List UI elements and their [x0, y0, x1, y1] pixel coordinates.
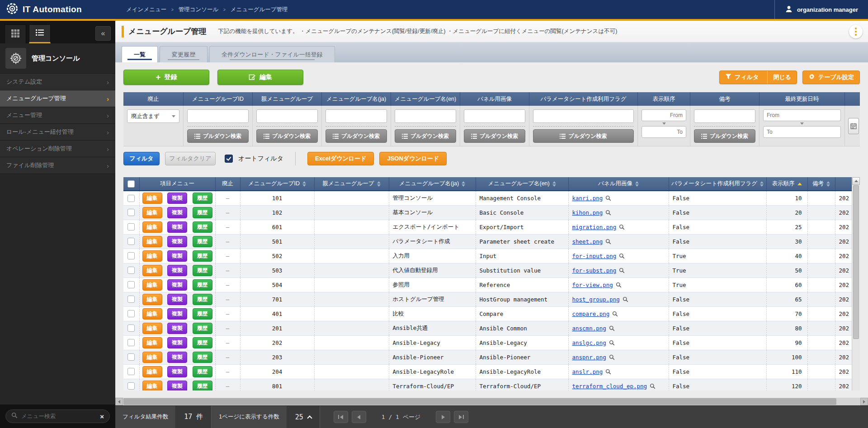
- calendar-icon[interactable]: [848, 118, 859, 134]
- row-checkbox[interactable]: [127, 310, 135, 317]
- row-history-button[interactable]: 履歴: [193, 366, 212, 377]
- row-copy-button[interactable]: 複製: [167, 366, 187, 377]
- column-header[interactable]: パネル用画像: [568, 177, 669, 191]
- row-copy-button[interactable]: 複製: [167, 381, 187, 391]
- filter-input-name-ja[interactable]: [326, 109, 387, 123]
- row-image-link[interactable]: for-input.png: [572, 253, 617, 259]
- filter-clear-button[interactable]: フィルタクリア: [165, 152, 216, 165]
- column-header[interactable]: パラメータシート作成利用フラグ: [669, 177, 766, 191]
- column-header[interactable]: メニューグループ名(ja): [389, 177, 476, 191]
- scroll-left-icon[interactable]: [115, 398, 123, 405]
- row-image-link[interactable]: kihon.png: [572, 209, 603, 216]
- horizontal-scrollbar[interactable]: [115, 398, 868, 405]
- row-edit-button[interactable]: 編集: [142, 236, 162, 247]
- sidebar-menu-item[interactable]: オペレーション削除管理 ›: [0, 141, 115, 157]
- filter-input-updated-to[interactable]: [763, 126, 841, 138]
- row-checkbox[interactable]: [127, 339, 135, 346]
- filter-input-name-en[interactable]: [395, 109, 456, 123]
- breadcrumb-item-main-menu[interactable]: メインメニュー: [126, 6, 166, 14]
- column-header[interactable]: メニューグループID: [240, 177, 314, 191]
- pulldown-search-button[interactable]: プルダウン検索: [326, 129, 387, 143]
- row-checkbox[interactable]: [127, 368, 135, 375]
- tab-bulk-download[interactable]: 全件ダウンロード・ファイル一括登録: [209, 46, 335, 62]
- row-image-link[interactable]: anscmn.png: [572, 325, 606, 332]
- first-page-button[interactable]: [334, 411, 348, 423]
- row-history-button[interactable]: 履歴: [193, 193, 212, 204]
- sort-icon[interactable]: [377, 181, 381, 187]
- breadcrumb-item-console[interactable]: 管理コンソール: [179, 6, 219, 14]
- row-history-button[interactable]: 履歴: [193, 265, 212, 276]
- row-checkbox[interactable]: [127, 223, 135, 230]
- row-image-link[interactable]: migration.png: [572, 224, 617, 230]
- row-image-link[interactable]: for-view.png: [572, 282, 613, 288]
- row-copy-button[interactable]: 複製: [167, 193, 187, 204]
- filter-toggle-button[interactable]: フィルタ 閉じる: [719, 71, 797, 84]
- filter-button[interactable]: フィルタ: [123, 152, 160, 165]
- column-header[interactable]: 親メニューグループ: [314, 177, 389, 191]
- filter-close-button[interactable]: 閉じる: [767, 71, 797, 84]
- sort-icon[interactable]: [635, 181, 639, 187]
- row-edit-button[interactable]: 編集: [142, 381, 162, 391]
- row-checkbox[interactable]: [127, 267, 135, 274]
- sort-icon[interactable]: [302, 181, 306, 187]
- row-history-button[interactable]: 履歴: [193, 294, 212, 305]
- sidebar-menu-item[interactable]: システム設定 ›: [0, 74, 115, 90]
- row-checkbox[interactable]: [127, 296, 135, 303]
- sort-icon[interactable]: [797, 183, 802, 185]
- pulldown-search-button[interactable]: プルダウン検索: [395, 129, 456, 143]
- menu-search-input[interactable]: [21, 413, 96, 419]
- pulldown-search-button[interactable]: プルダウン検索: [187, 129, 249, 143]
- row-image-link[interactable]: terraform_cloud_ep.png: [572, 383, 647, 390]
- select-all-checkbox[interactable]: [127, 180, 135, 188]
- kebab-menu-icon[interactable]: [849, 25, 863, 38]
- magnifier-icon[interactable]: [605, 195, 611, 202]
- edit-button[interactable]: 編集: [217, 70, 303, 85]
- prev-page-button[interactable]: [352, 411, 366, 423]
- column-header[interactable]: 備考: [807, 177, 835, 191]
- sidebar-menu-item[interactable]: メニュー管理 ›: [0, 107, 115, 124]
- auto-filter-checkbox[interactable]: [225, 155, 233, 163]
- pulldown-search-button[interactable]: プルダウン検索: [533, 129, 634, 143]
- row-history-button[interactable]: 履歴: [193, 236, 212, 247]
- discard-filter-select[interactable]: 廃止含まず: [127, 109, 179, 123]
- row-history-button[interactable]: 履歴: [193, 381, 212, 391]
- row-history-button[interactable]: 履歴: [193, 207, 212, 218]
- row-edit-button[interactable]: 編集: [142, 366, 162, 377]
- row-image-link[interactable]: anslgc.png: [572, 339, 606, 346]
- magnifier-icon[interactable]: [609, 354, 615, 361]
- filter-input-parent-group[interactable]: [256, 109, 318, 123]
- filter-input-menu-group-id[interactable]: [187, 109, 249, 123]
- sidebar-menu-item[interactable]: メニューグループ管理 ›: [0, 90, 115, 107]
- row-history-button[interactable]: 履歴: [193, 279, 212, 291]
- horizontal-scroll-thumb[interactable]: [123, 398, 836, 405]
- magnifier-icon[interactable]: [609, 325, 615, 332]
- magnifier-icon[interactable]: [605, 209, 611, 216]
- tab-menu-grid[interactable]: [5, 24, 26, 43]
- row-copy-button[interactable]: 複製: [167, 279, 187, 291]
- scroll-up-icon[interactable]: [852, 177, 860, 185]
- register-button[interactable]: + 登録: [123, 70, 209, 85]
- last-page-button[interactable]: [454, 411, 468, 423]
- magnifier-icon[interactable]: [619, 267, 625, 274]
- vertical-scrollbar[interactable]: [852, 177, 860, 390]
- row-edit-button[interactable]: 編集: [142, 337, 162, 348]
- row-history-button[interactable]: 履歴: [193, 352, 212, 363]
- row-copy-button[interactable]: 複製: [167, 265, 187, 276]
- magnifier-icon[interactable]: [616, 282, 622, 288]
- filter-input-order-to[interactable]: [642, 126, 686, 138]
- row-edit-button[interactable]: 編集: [142, 193, 162, 204]
- pulldown-search-button[interactable]: プルダウン検索: [256, 129, 318, 143]
- row-copy-button[interactable]: 複製: [167, 308, 187, 320]
- sidebar-menu-item[interactable]: ファイル削除管理 ›: [0, 157, 115, 174]
- filter-input-order-from[interactable]: [642, 109, 686, 121]
- row-edit-button[interactable]: 編集: [142, 221, 162, 233]
- row-checkbox[interactable]: [127, 195, 135, 202]
- row-image-link[interactable]: anspnr.png: [572, 354, 606, 361]
- vertical-scroll-thumb[interactable]: [853, 185, 859, 339]
- magnifier-icon[interactable]: [623, 296, 628, 303]
- row-edit-button[interactable]: 編集: [142, 279, 162, 291]
- row-copy-button[interactable]: 複製: [167, 323, 187, 334]
- page-size-select[interactable]: 25: [287, 406, 320, 428]
- row-image-link[interactable]: for-subst.png: [572, 267, 617, 274]
- row-copy-button[interactable]: 複製: [167, 236, 187, 247]
